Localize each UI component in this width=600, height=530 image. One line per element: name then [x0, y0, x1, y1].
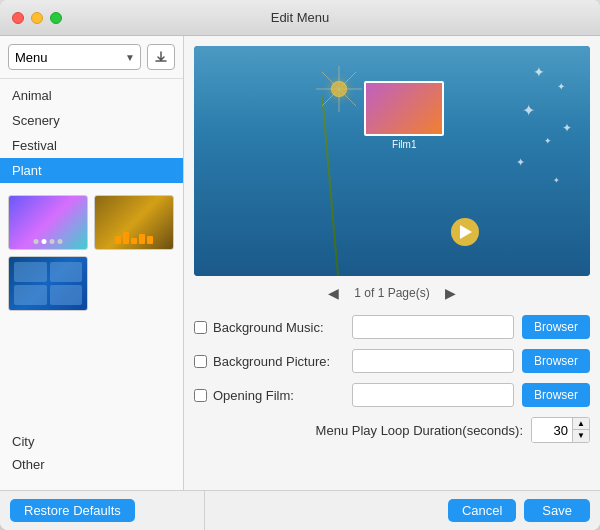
- menu-list: Animal Scenery Festival Plant: [0, 79, 183, 187]
- next-page-button[interactable]: ▶: [442, 284, 460, 302]
- svg-line-6: [339, 89, 356, 106]
- spinner-up-button[interactable]: ▲: [573, 418, 589, 430]
- seed-particle: ✦: [516, 156, 525, 169]
- sidebar-top: Menu ▼: [0, 36, 183, 79]
- save-button[interactable]: Save: [524, 499, 590, 522]
- background-picture-checkbox[interactable]: [194, 355, 207, 368]
- seed-particle: ✦: [553, 176, 560, 185]
- restore-defaults-button[interactable]: Restore Defaults: [10, 499, 135, 522]
- footer: Restore Defaults Cancel Save: [0, 490, 600, 530]
- opening-film-label: Opening Film:: [194, 388, 344, 403]
- minimize-button[interactable]: [31, 12, 43, 24]
- seed-particle: ✦: [533, 64, 545, 80]
- preview-area: ✦ ✦ ✦ ✦ ✦ ✦ ✦ Film1: [194, 46, 590, 276]
- thumb-3-grid: [14, 262, 82, 305]
- sidebar-item-scenery[interactable]: Scenery: [0, 108, 183, 133]
- download-button[interactable]: [147, 44, 175, 70]
- seed-particle: ✦: [544, 136, 552, 146]
- thumb-1-dots: [34, 239, 63, 244]
- sidebar-item-plant[interactable]: Plant: [0, 158, 183, 183]
- loop-duration-input[interactable]: [532, 418, 572, 442]
- opening-film-row: Opening Film: Browser: [194, 378, 590, 412]
- bar: [123, 232, 129, 244]
- sidebar-spacer: [0, 319, 183, 426]
- dandelion-head: [312, 62, 366, 116]
- window-title: Edit Menu: [271, 10, 330, 25]
- footer-left: Restore Defaults: [0, 491, 205, 530]
- thumb-3-cell: [50, 285, 83, 305]
- background-music-row: Background Music: Browser: [194, 310, 590, 344]
- sidebar-item-other[interactable]: Other: [12, 453, 171, 476]
- background-picture-row: Background Picture: Browser: [194, 344, 590, 378]
- loop-duration-spinner: ▲ ▼: [531, 417, 590, 443]
- edit-menu-window: Edit Menu Menu ▼ Animal Scener: [0, 0, 600, 530]
- opening-film-browser-button[interactable]: Browser: [522, 383, 590, 407]
- content-area: Menu ▼ Animal Scenery Festival Plant: [0, 36, 600, 490]
- thumbnail-2[interactable]: [94, 195, 174, 250]
- thumbnail-3[interactable]: [8, 256, 88, 311]
- play-button[interactable]: [451, 218, 479, 246]
- prev-page-button[interactable]: ◀: [324, 284, 342, 302]
- sidebar-item-festival[interactable]: Festival: [0, 133, 183, 158]
- dot: [50, 239, 55, 244]
- seed-particle: ✦: [562, 121, 572, 135]
- dot: [42, 239, 47, 244]
- background-picture-browser-button[interactable]: Browser: [522, 349, 590, 373]
- main-panel: ✦ ✦ ✦ ✦ ✦ ✦ ✦ Film1 ◀ 1 of: [184, 36, 600, 490]
- svg-line-5: [322, 72, 339, 89]
- thumb-3-cell: [14, 262, 47, 282]
- bar: [115, 236, 121, 244]
- dot: [58, 239, 63, 244]
- sidebar-item-animal[interactable]: Animal: [0, 83, 183, 108]
- film-thumbnail[interactable]: Film1: [364, 81, 444, 136]
- loop-duration-label: Menu Play Loop Duration(seconds):: [316, 423, 523, 438]
- pagination: ◀ 1 of 1 Page(s) ▶: [194, 276, 590, 310]
- thumb-3-cell: [14, 285, 47, 305]
- background-picture-input[interactable]: [352, 349, 514, 373]
- titlebar-buttons: [12, 12, 62, 24]
- thumb-3-cell: [50, 262, 83, 282]
- background-music-input[interactable]: [352, 315, 514, 339]
- background-music-checkbox[interactable]: [194, 321, 207, 334]
- sidebar: Menu ▼ Animal Scenery Festival Plant: [0, 36, 184, 490]
- background-picture-label: Background Picture:: [194, 354, 344, 369]
- footer-right: Cancel Save: [205, 491, 600, 530]
- play-icon: [460, 225, 472, 239]
- bar: [139, 234, 145, 244]
- pagination-text: 1 of 1 Page(s): [354, 286, 429, 300]
- seed-particle: ✦: [522, 101, 535, 120]
- spinner-down-button[interactable]: ▼: [573, 430, 589, 442]
- bar: [131, 238, 137, 244]
- svg-line-8: [322, 89, 339, 106]
- cancel-button[interactable]: Cancel: [448, 499, 516, 522]
- background-music-label: Background Music:: [194, 320, 344, 335]
- menu-dropdown[interactable]: Menu: [8, 44, 141, 70]
- titlebar: Edit Menu: [0, 0, 600, 36]
- sidebar-item-city[interactable]: City: [12, 430, 171, 453]
- opening-film-checkbox[interactable]: [194, 389, 207, 402]
- spinner-buttons: ▲ ▼: [572, 418, 589, 442]
- maximize-button[interactable]: [50, 12, 62, 24]
- bar: [147, 236, 153, 244]
- thumb-2-bar: [115, 232, 153, 244]
- background-music-browser-button[interactable]: Browser: [522, 315, 590, 339]
- dot: [34, 239, 39, 244]
- film-inner: [366, 83, 442, 134]
- menu-dropdown-wrapper: Menu ▼: [8, 44, 141, 70]
- seed-particle: ✦: [557, 81, 565, 92]
- film-label: Film1: [392, 139, 416, 150]
- close-button[interactable]: [12, 12, 24, 24]
- opening-film-input[interactable]: [352, 383, 514, 407]
- sidebar-bottom: City Other: [0, 426, 183, 480]
- svg-line-7: [339, 72, 356, 89]
- thumbnail-1[interactable]: [8, 195, 88, 250]
- thumbnail-grid: [0, 187, 183, 319]
- loop-duration-row: Menu Play Loop Duration(seconds): ▲ ▼: [194, 412, 590, 448]
